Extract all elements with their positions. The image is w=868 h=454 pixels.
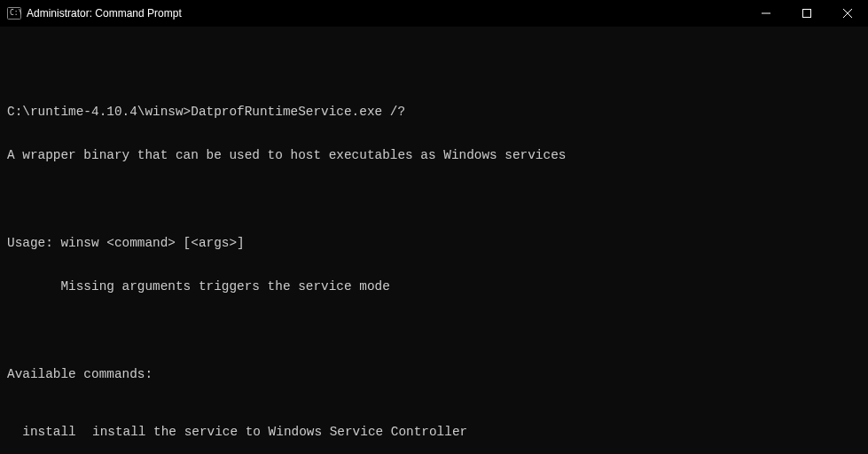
maximize-button[interactable] — [786, 0, 827, 27]
blank-line — [7, 323, 861, 337]
output-line: A wrapper binary that can be used to hos… — [7, 148, 861, 162]
minimize-button[interactable] — [746, 0, 786, 27]
titlebar[interactable]: C:\ Administrator: Command Prompt — [0, 0, 868, 27]
terminal-area[interactable]: C:\runtime-4.10.4\winsw>DatprofRuntimeSe… — [0, 27, 868, 454]
prompt-line: C:\runtime-4.10.4\winsw>DatprofRuntimeSe… — [7, 105, 861, 119]
prompt-path: C:\runtime-4.10.4\winsw> — [7, 105, 191, 119]
command-desc: install the service to Windows Service C… — [92, 425, 467, 439]
cmd-icon: C:\ — [7, 6, 21, 20]
output-line: Missing arguments triggers the service m… — [7, 279, 861, 294]
blank-line — [7, 192, 861, 207]
blank-line — [7, 61, 861, 75]
entered-command: DatprofRuntimeService.exe /? — [191, 105, 405, 119]
window-controls — [746, 0, 868, 26]
command-name: install — [7, 425, 92, 439]
command-row: installinstall the service to Windows Se… — [7, 425, 861, 439]
svg-text:C:\: C:\ — [10, 9, 21, 17]
window-title: Administrator: Command Prompt — [27, 7, 746, 20]
command-prompt-window: C:\ Administrator: Command Prompt C:\run… — [0, 0, 868, 454]
output-line: Available commands: — [7, 367, 861, 381]
svg-rect-3 — [803, 10, 811, 18]
close-button[interactable] — [827, 0, 868, 27]
output-line: Usage: winsw <command> [<args>] — [7, 236, 861, 250]
